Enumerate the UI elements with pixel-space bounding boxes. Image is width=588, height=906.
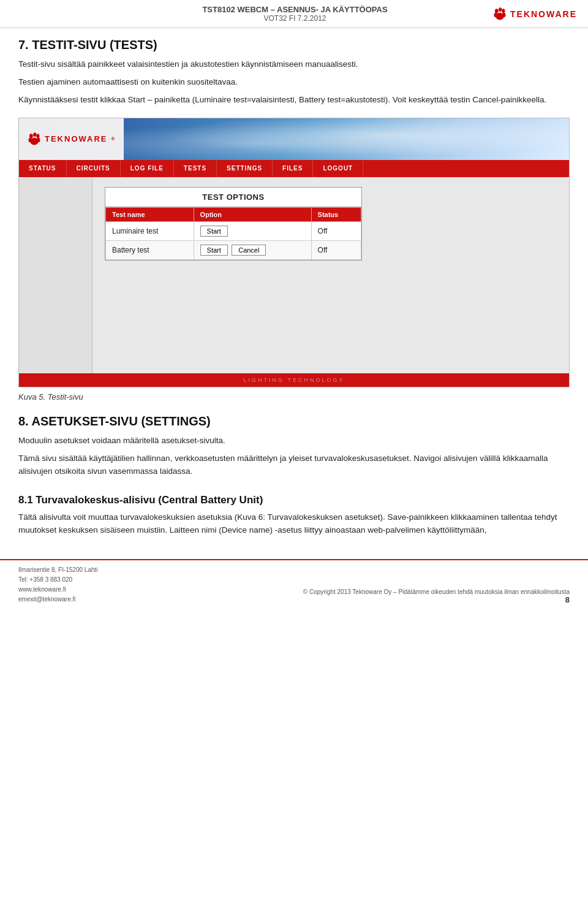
- svg-point-7: [33, 132, 36, 137]
- svg-point-0: [495, 9, 499, 13]
- col-status: Status: [311, 207, 361, 221]
- app-footer-text: LIGHTING TECHNOLOGY: [244, 377, 345, 383]
- test-options-table: Test name Option Status Luminaire test S…: [105, 207, 361, 260]
- section81-heading: 8.1 Turvavalokeskus-alisivu (Central Bat…: [18, 494, 570, 506]
- logo-text: TEKNOWARE: [510, 9, 577, 19]
- section7-para2: Testien ajaminen automaattisesti on kuit…: [18, 76, 570, 89]
- app-main-area: TEST OPTIONS Test name Option Status Lum…: [19, 177, 569, 373]
- footer-right: © Copyright 2013 Teknoware Oy – Pidätämm…: [303, 588, 570, 604]
- paw-icon: [493, 7, 507, 21]
- nav-logout[interactable]: LOGOUT: [313, 160, 363, 177]
- section8-para3: Tältä alisivulta voit muuttaa turvavalok…: [18, 511, 570, 537]
- nav-status[interactable]: STATUS: [19, 160, 67, 177]
- footer-address: Ilmarisentie 8, FI-15200 Lahti Tel: +358…: [18, 565, 98, 604]
- luminaire-test-options: Start: [194, 221, 311, 240]
- battery-start-button[interactable]: Start: [200, 245, 228, 256]
- svg-point-6: [29, 134, 33, 138]
- doc-sub: VOT32 FI 7.2.2012: [97, 14, 493, 23]
- battery-test-status: Off: [311, 240, 361, 259]
- test-options-header-row: Test name Option Status: [106, 207, 361, 221]
- luminaire-start-button[interactable]: Start: [200, 226, 228, 237]
- app-header-bg: [124, 118, 569, 160]
- svg-point-8: [36, 134, 39, 138]
- table-row: Luminaire test Start Off: [106, 221, 361, 240]
- section7-para3: Käynnistääksesi testit klikkaa Start – p…: [18, 94, 570, 107]
- svg-point-1: [499, 7, 502, 12]
- battery-cancel-button[interactable]: Cancel: [232, 245, 266, 256]
- doc-header-center: TST8102 WEBCM – ASENNUS- JA KÄYTTÖOPAS V…: [97, 5, 493, 23]
- nav-logfile[interactable]: LOG FILE: [121, 160, 174, 177]
- footer-address-line4: emexit@teknoware.fi: [18, 595, 98, 604]
- section7-para1: Testit-sivu sisältää painikkeet valaisin…: [18, 58, 570, 71]
- main-content: 7. TESTIT-SIVU (TESTS) Testit-sivu sisäl…: [0, 28, 588, 548]
- app-logo-reg: ®: [111, 136, 116, 142]
- section7-heading: 7. TESTIT-SIVU (TESTS): [18, 38, 570, 52]
- luminaire-test-status: Off: [311, 221, 361, 240]
- footer-page-number: 8: [303, 595, 570, 604]
- svg-point-10: [28, 138, 32, 142]
- page-footer: Ilmarisentie 8, FI-15200 Lahti Tel: +358…: [0, 559, 588, 609]
- nav-files[interactable]: FILES: [273, 160, 313, 177]
- app-header-bar: TEKNOWARE ®: [19, 118, 569, 160]
- table-row: Battery test Start Cancel Off: [106, 240, 361, 259]
- col-test-name: Test name: [106, 207, 194, 221]
- test-options-tbody: Luminaire test Start Off Battery test St…: [106, 221, 361, 259]
- nav-circuits[interactable]: CIRCUITS: [67, 160, 121, 177]
- app-paw-icon: [28, 132, 41, 146]
- footer-address-line1: Ilmarisentie 8, FI-15200 Lahti: [18, 565, 98, 575]
- app-screenshot: TEKNOWARE ® STATUS CIRCUITS LOG FILE TES…: [18, 118, 570, 387]
- app-nav: STATUS CIRCUITS LOG FILE TESTS SETTINGS …: [19, 160, 569, 177]
- nav-settings[interactable]: SETTINGS: [217, 160, 273, 177]
- battery-test-name: Battery test: [106, 240, 194, 259]
- teknoware-logo: TEKNOWARE: [493, 7, 577, 21]
- svg-point-5: [502, 12, 506, 17]
- section8-para2: Tämä sivu sisältää käyttäjätilien hallin…: [18, 452, 570, 478]
- test-options-box: TEST OPTIONS Test name Option Status Lum…: [105, 187, 362, 261]
- cloud-decoration: [124, 118, 569, 160]
- footer-address-line3: www.teknoware.fi: [18, 585, 98, 595]
- footer-address-line2: Tel: +358 3 883 020: [18, 575, 98, 585]
- section8-para1: Moduulin asetukset voidaan määritellä as…: [18, 435, 570, 447]
- luminaire-test-name: Luminaire test: [106, 221, 194, 240]
- col-option: Option: [194, 207, 311, 221]
- test-options-thead: Test name Option Status: [106, 207, 361, 221]
- battery-test-options: Start Cancel: [194, 240, 311, 259]
- app-footer: LIGHTING TECHNOLOGY: [19, 373, 569, 387]
- nav-tests[interactable]: TESTS: [174, 160, 217, 177]
- svg-point-2: [502, 9, 505, 13]
- footer-copyright: © Copyright 2013 Teknoware Oy – Pidätämm…: [303, 588, 570, 595]
- app-content-area: TEST OPTIONS Test name Option Status Lum…: [92, 177, 569, 373]
- doc-header: TST8102 WEBCM – ASENNUS- JA KÄYTTÖOPAS V…: [0, 0, 588, 28]
- doc-title: TST8102 WEBCM – ASENNUS- JA KÄYTTÖOPAS: [97, 5, 493, 14]
- svg-point-11: [37, 138, 40, 142]
- app-logo-text: TEKNOWARE: [45, 134, 108, 143]
- app-sidebar: [19, 177, 92, 373]
- app-logo: TEKNOWARE ®: [19, 118, 124, 160]
- test-options-title: TEST OPTIONS: [105, 188, 361, 207]
- section8-heading: 8. ASETUKSET-SIVU (SETTINGS): [18, 414, 570, 428]
- figure-caption: Kuva 5. Testit-sivu: [18, 391, 570, 403]
- svg-point-4: [494, 12, 497, 17]
